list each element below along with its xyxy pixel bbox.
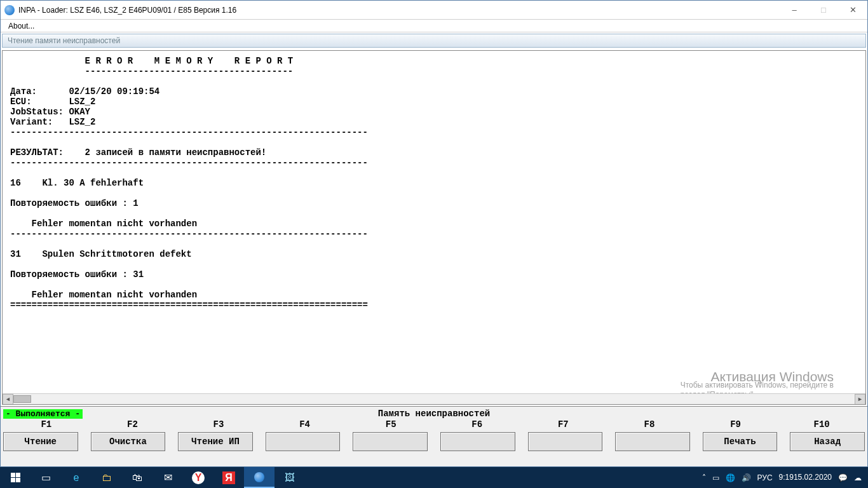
app-window: INPA - Loader: LSZ E46, LSZ_2 E46PU09/01…	[0, 0, 868, 467]
store-icon[interactable]: 🛍	[122, 467, 153, 488]
yandex-browser-icon[interactable]: Y	[192, 471, 205, 484]
f2-label: F2	[90, 419, 176, 432]
close-button[interactable]: ✕	[838, 1, 867, 19]
content-wrap: E R R O R M E M O R Y R E P O R T ------…	[2, 50, 866, 405]
taskview-icon[interactable]: ▭	[31, 467, 61, 488]
report-text: E R R O R M E M O R Y R E P O R T ------…	[3, 51, 865, 315]
yandex-icon[interactable]: Я	[222, 471, 235, 484]
subheader: Чтение памяти неисправностей	[2, 34, 866, 48]
windows-activation-subtext: Чтобы активировать Windows, перейдите вр…	[681, 381, 834, 393]
scroll-track[interactable]	[13, 394, 855, 405]
f2-button[interactable]: Очистка	[91, 432, 166, 451]
f10-button[interactable]: Назад	[790, 432, 865, 451]
scroll-right-icon[interactable]: ►	[855, 394, 865, 405]
menu-about[interactable]: About...	[4, 21, 38, 31]
onedrive-icon[interactable]: ☁	[851, 467, 868, 488]
bottom-panel: - Выполняется - Память неисправностей F1…	[1, 406, 867, 466]
f6-label: F6	[434, 419, 520, 432]
mail-icon[interactable]: ✉	[153, 467, 183, 488]
report-area[interactable]: E R R O R M E M O R Y R E P O R T ------…	[3, 51, 865, 393]
network-icon[interactable]: 🌐	[722, 467, 738, 488]
app-taskbar-icon[interactable]: 🖼	[275, 467, 305, 488]
horizontal-scrollbar[interactable]: ◄ ►	[3, 393, 865, 404]
fkey-buttons: Чтение Очистка Чтение ИП Печать Назад	[3, 432, 865, 451]
f9-button[interactable]: Печать	[703, 432, 778, 451]
clock[interactable]: 9:1915.02.2020	[776, 467, 835, 488]
f8-button[interactable]	[615, 432, 690, 451]
window-title: INPA - Loader: LSZ E46, LSZ_2 E46PU09/01…	[18, 6, 780, 15]
f4-button[interactable]	[266, 432, 341, 451]
f4-label: F4	[262, 419, 348, 432]
f8-label: F8	[606, 419, 693, 432]
explorer-icon[interactable]: 🗀	[92, 467, 122, 488]
window-controls: – □ ✕	[780, 1, 867, 19]
f1-button[interactable]: Чтение	[3, 432, 78, 451]
menubar: About...	[1, 20, 867, 32]
status-badge: - Выполняется -	[3, 409, 83, 419]
scroll-thumb[interactable]	[13, 395, 31, 403]
inpa-taskbar-icon[interactable]	[244, 467, 275, 488]
taskbar[interactable]: ▭ e 🗀 🛍 ✉ Y Я 🖼 ˄ ▭ 🌐 🔊 РУС 9:1915.02.20…	[0, 467, 868, 488]
tray-chevron-icon[interactable]: ˄	[699, 467, 709, 488]
titlebar: INPA - Loader: LSZ E46, LSZ_2 E46PU09/01…	[1, 1, 867, 20]
f3-label: F3	[175, 419, 262, 432]
app-icon	[4, 5, 15, 15]
f5-label: F5	[348, 419, 434, 432]
scroll-left-icon[interactable]: ◄	[3, 394, 13, 405]
language-indicator[interactable]: РУС	[754, 467, 776, 488]
f9-label: F9	[693, 419, 779, 432]
windows-activation-watermark: Активация Windows	[710, 369, 834, 384]
action-center-icon[interactable]: 💬	[835, 467, 851, 488]
f3-button[interactable]: Чтение ИП	[178, 432, 253, 451]
system-tray: ˄ ▭ 🌐 🔊 РУС 9:1915.02.2020 💬 ☁	[699, 467, 868, 488]
f10-label: F10	[778, 419, 865, 432]
f1-label: F1	[3, 419, 90, 432]
f7-label: F7	[520, 419, 607, 432]
edge-icon[interactable]: e	[61, 467, 92, 488]
status-row: - Выполняется - Память неисправностей	[3, 408, 865, 419]
battery-icon[interactable]: ▭	[709, 467, 722, 488]
start-button[interactable]	[0, 467, 31, 488]
fkey-labels: F1 F2 F3 F4 F5 F6 F7 F8 F9 F10	[3, 419, 865, 432]
volume-icon[interactable]: 🔊	[738, 467, 754, 488]
f7-button[interactable]	[528, 432, 603, 451]
minimize-button[interactable]: –	[780, 1, 809, 19]
f5-button[interactable]	[353, 432, 428, 451]
status-center: Память неисправностей	[378, 409, 490, 419]
f6-button[interactable]	[440, 432, 515, 451]
maximize-button[interactable]: □	[809, 1, 838, 19]
